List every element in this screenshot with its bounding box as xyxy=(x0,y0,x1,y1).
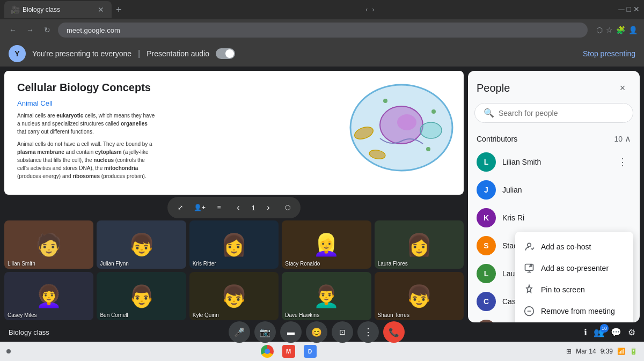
active-tab[interactable]: 🎥 Biology class ✕ xyxy=(4,1,112,18)
taskbar: M D ⊞ Mar 14 9:39 📶 🔋 xyxy=(0,342,644,361)
thumb-shaun-torres[interactable]: 👦 Shaun Torres xyxy=(375,272,464,320)
new-tab-button[interactable]: + xyxy=(116,4,122,16)
person-menu-lilian[interactable]: ⋮ xyxy=(614,153,631,171)
thumbnail-row-1: 🧑 Lilian Smith 👦 Julian Flynn 👩 Kris Rit… xyxy=(4,220,464,269)
cohost-label: Add as co-host xyxy=(541,242,591,251)
thumb-kris-ritter[interactable]: 👩 Kris Ritter xyxy=(189,220,279,269)
tab-close-button[interactable]: ✕ xyxy=(97,5,105,14)
taskbar-battery-icon: 🔋 xyxy=(630,348,638,355)
slide-controls: ⤢ 👤+ ≡ ‹ 1 › ⬡ xyxy=(4,198,464,217)
thumb-lilian-smith[interactable]: 🧑 Lilian Smith xyxy=(4,220,93,269)
chrome-taskbar-icon[interactable] xyxy=(261,345,274,358)
contributors-count: 10 xyxy=(614,135,623,143)
taskbar-indicator xyxy=(6,349,11,353)
thumb-casey-miles[interactable]: 👩‍🦱 Casey Miles xyxy=(4,272,93,320)
presentation-banner: Y You're presenting to everyone | Presen… xyxy=(0,41,644,67)
share-slide-button[interactable]: ⬡ xyxy=(279,199,296,216)
stop-presenting-button[interactable]: Stop presenting xyxy=(583,49,635,58)
thumb-kyle-quinn[interactable]: 👦 Kyle Quinn xyxy=(189,272,279,320)
people-count-badge: 10 xyxy=(600,324,609,333)
meeting-controls: 🎤 📷 ▬ 😊 ⊡ ⋮ 📞 xyxy=(229,321,405,343)
gmail-taskbar-icon[interactable]: M xyxy=(282,345,295,358)
avatar-kris: K xyxy=(477,208,496,227)
close-button[interactable]: ✕ xyxy=(633,5,640,14)
more-button[interactable]: ⋮ xyxy=(357,321,379,343)
info-button[interactable]: ℹ xyxy=(584,327,587,337)
taskbar-grid-icon[interactable]: ⊞ xyxy=(566,348,572,355)
thumb-label-julian: Julian Flynn xyxy=(100,261,128,267)
tab-favicon: 🎥 xyxy=(11,5,19,14)
docs-taskbar-icon[interactable]: D xyxy=(304,345,317,358)
thumb-label-laura: Laura Flores xyxy=(378,261,408,267)
collapse-button[interactable]: ∧ xyxy=(625,134,631,144)
pin-label: Pin to screen xyxy=(541,285,585,294)
banner-divider: | xyxy=(138,49,140,58)
taskbar-center: M D xyxy=(261,345,317,358)
chrome-frame: 🎥 Biology class ✕ + ‹ › ─ □ ✕ ← → ↻ ⬡ ☆ … xyxy=(0,0,644,41)
thumb-laura-flores[interactable]: 👩 Laura Flores xyxy=(375,220,464,269)
bottom-bar: Biology class 🎤 📷 ▬ 😊 ⊡ ⋮ 📞 ℹ 👥 10 💬 ⚙ xyxy=(0,322,644,342)
forward-button[interactable]: → xyxy=(24,24,36,36)
person-name-kris: Kris Ri xyxy=(502,213,631,222)
person-item-kris[interactable]: K Kris Ri xyxy=(468,204,640,232)
activities-button[interactable]: ⚙ xyxy=(628,327,635,337)
thumb-stacy-ronaldo[interactable]: 👱‍♀️ Stacy Ronaldo xyxy=(282,220,371,269)
tab-scroll-left[interactable]: ‹ xyxy=(365,6,368,13)
present-button[interactable]: ⊡ xyxy=(332,321,353,343)
people-search-input[interactable] xyxy=(499,109,624,117)
thumb-label-shaun: Shaun Torres xyxy=(378,312,409,318)
people-search-bar[interactable]: 🔍 xyxy=(474,103,633,123)
contributors-actions: 10 ∧ xyxy=(614,134,631,144)
end-call-button[interactable]: 📞 xyxy=(383,321,405,343)
captions-button[interactable]: ≡ xyxy=(210,199,228,216)
bottom-actions: ℹ 👥 10 💬 ⚙ xyxy=(584,327,635,337)
svg-point-7 xyxy=(426,147,430,151)
back-button[interactable]: ← xyxy=(6,24,19,36)
add-person-button[interactable]: 👤+ xyxy=(191,199,208,216)
chrome-tab-bar: 🎥 Biology class ✕ + ‹ › ─ □ ✕ xyxy=(0,0,644,19)
address-actions: ⬡ ☆ 🧩 👤 xyxy=(596,26,638,34)
restore-button[interactable]: □ xyxy=(627,5,631,14)
extension-icon[interactable]: 🧩 xyxy=(616,26,625,34)
menu-item-cohost[interactable]: Add as co-host xyxy=(515,236,633,257)
toggle-knob xyxy=(225,49,234,58)
thumb-label-lilian: Lilian Smith xyxy=(8,261,35,267)
menu-item-report[interactable]: Report abuse xyxy=(515,322,633,322)
person-name-julian: Julian xyxy=(502,186,631,194)
svg-point-5 xyxy=(383,99,387,103)
person-name-lilian: Lilian Smith xyxy=(502,158,614,166)
taskbar-date: Mar 14 xyxy=(576,348,596,355)
chat-button[interactable]: 💬 xyxy=(611,327,621,337)
mic-button[interactable]: 🎤 xyxy=(229,321,250,343)
tab-scroll-right[interactable]: › xyxy=(372,6,374,13)
expand-button[interactable]: ⤢ xyxy=(172,199,189,216)
next-slide-button[interactable]: › xyxy=(260,199,277,216)
thumb-label-casey: Casey Miles xyxy=(8,312,36,318)
profile-icon[interactable]: 👤 xyxy=(628,26,638,34)
thumb-ben-cornell[interactable]: 👨 Ben Cornell xyxy=(97,272,186,320)
audio-toggle[interactable] xyxy=(216,48,235,59)
people-header: People × xyxy=(468,71,640,103)
people-button[interactable]: 👥 10 xyxy=(594,327,604,337)
slide-body-2: Animal cells do not have a cell wall. Th… xyxy=(17,140,157,180)
bookmark-icon[interactable]: ☆ xyxy=(606,26,613,34)
reactions-button[interactable]: 😊 xyxy=(306,321,327,343)
people-panel: People × 🔍 Contributors 10 ∧ L Lilian Sm… xyxy=(468,71,640,322)
prev-slide-button[interactable]: ‹ xyxy=(230,199,247,216)
thumb-julian-flynn[interactable]: 👦 Julian Flynn xyxy=(97,220,186,269)
remove-label: Remove from meeting xyxy=(541,307,615,315)
svg-point-2 xyxy=(397,114,416,130)
person-item-julian[interactable]: J Julian xyxy=(468,176,640,204)
address-input[interactable] xyxy=(58,23,588,38)
thumb-dave-hawkins[interactable]: 👨‍🦱 Dave Hawkins xyxy=(282,272,371,320)
minimize-button[interactable]: ─ xyxy=(618,5,624,14)
person-item-lilian[interactable]: L Lilian Smith ⋮ xyxy=(468,148,640,176)
menu-item-pin[interactable]: Pin to screen xyxy=(515,279,633,300)
refresh-button[interactable]: ↻ xyxy=(41,24,54,36)
camera-button[interactable]: 📷 xyxy=(254,321,276,343)
share-icon[interactable]: ⬡ xyxy=(596,26,603,34)
menu-item-remove[interactable]: Remove from meeting xyxy=(515,300,633,322)
people-close-button[interactable]: × xyxy=(614,79,631,97)
menu-item-copresenter[interactable]: Add as co-presenter xyxy=(515,257,633,279)
captions-button[interactable]: ▬ xyxy=(280,321,302,343)
